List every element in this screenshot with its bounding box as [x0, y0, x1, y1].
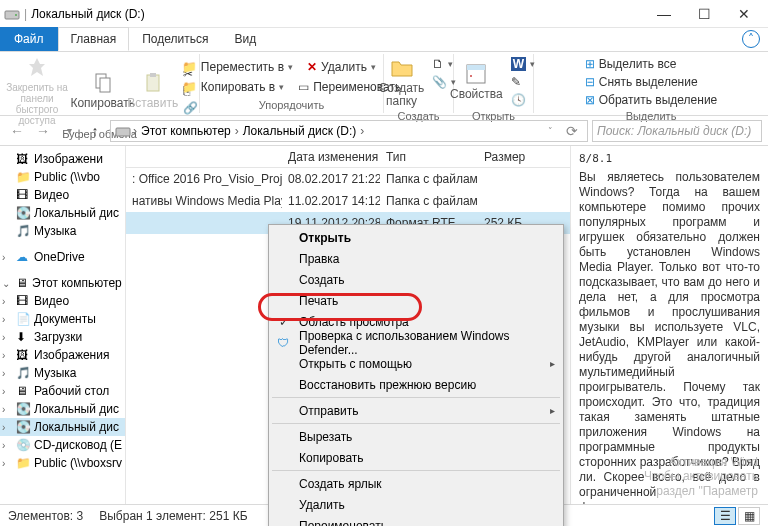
properties-icon — [464, 62, 488, 86]
minimize-button[interactable]: — — [644, 0, 684, 28]
crumb-dropdown[interactable]: ˅ — [539, 120, 561, 142]
ctx-delete[interactable]: Удалить — [271, 494, 561, 515]
nav-item-onedrive[interactable]: ›☁OneDrive — [0, 248, 125, 266]
nav-item-pub2[interactable]: ›📁Public (\\vboxsrv — [0, 454, 125, 472]
file-row[interactable]: нативы Windows Media Player 11.02.2017 1… — [126, 190, 570, 212]
nav-item-public[interactable]: 📁Public (\\vbo — [0, 168, 125, 186]
nav-forward-button[interactable]: → — [32, 120, 54, 142]
crumb-chevron[interactable]: › — [133, 124, 137, 138]
paste-shortcut-small-button[interactable]: 🔗 — [181, 100, 200, 116]
ctx-edit[interactable]: Правка — [271, 248, 561, 269]
svg-point-1 — [15, 14, 17, 16]
preview-header: 8/8.1 — [579, 152, 760, 166]
navigation-pane[interactable]: 🖼Изображени 📁Public (\\vbo 🎞Видео 💽Локал… — [0, 146, 126, 504]
rename-icon: ▭ — [298, 80, 309, 94]
tab-view[interactable]: Вид — [221, 27, 269, 51]
nav-item-localdisk[interactable]: 💽Локальный дис — [0, 204, 125, 222]
edit-ribbon-button[interactable]: ✎ — [509, 74, 537, 90]
delete-icon: ✕ — [307, 60, 317, 74]
nav-back-button[interactable]: ← — [6, 120, 28, 142]
new-folder-button[interactable]: Создать папку — [379, 56, 425, 108]
netfolder-icon: 📁 — [16, 170, 30, 184]
col-size[interactable]: Размер — [478, 150, 538, 164]
nav-up-button[interactable]: ↑ — [84, 120, 106, 142]
address-bar-row: ← → ▾ ↑ › Этот компьютер › Локальный дис… — [0, 116, 768, 146]
select-none-button[interactable]: ⊟Снять выделение — [583, 74, 720, 90]
select-invert-button[interactable]: ⊠Обратить выделение — [583, 92, 720, 108]
crumb-here[interactable]: Локальный диск (D:) — [241, 124, 359, 138]
ctx-create[interactable]: Создать — [271, 269, 561, 290]
view-details-button[interactable]: ☰ — [714, 507, 736, 525]
onedrive-icon: ☁ — [16, 250, 30, 264]
ctx-restore[interactable]: Восстановить прежнюю версию — [271, 374, 561, 395]
drive-icon-small — [115, 123, 131, 139]
ctx-copy[interactable]: Копировать — [271, 447, 561, 468]
paste-button[interactable]: Вставить — [131, 56, 175, 126]
selectnone-icon: ⊟ — [585, 75, 595, 89]
ctx-print[interactable]: Печать — [271, 290, 561, 311]
nav-item-pictures[interactable]: 🖼Изображени — [0, 150, 125, 168]
nav-recent-button[interactable]: ▾ — [58, 120, 80, 142]
col-type[interactable]: Тип — [380, 150, 478, 164]
ctx-defender[interactable]: 🛡Проверка с использованием Windows Defen… — [271, 332, 561, 353]
maximize-button[interactable]: ☐ — [684, 0, 724, 28]
copy-icon — [91, 71, 115, 95]
ctx-sendto[interactable]: Отправить▸ — [271, 400, 561, 421]
nav-item-thispc[interactable]: ⌄🖥Этот компьютер — [0, 274, 125, 292]
chevron-right-icon: ▸ — [550, 405, 555, 416]
drive-icon — [4, 6, 20, 22]
nav-item-video[interactable]: 🎞Видео — [0, 186, 125, 204]
search-input[interactable]: Поиск: Локальный диск (D:) — [592, 120, 762, 142]
group-label-organize: Упорядочить — [259, 97, 324, 111]
col-date[interactable]: Дата изменения — [282, 150, 380, 164]
ctx-shortcut[interactable]: Создать ярлык — [271, 473, 561, 494]
nav-item-downloads[interactable]: ›⬇Загрузки — [0, 328, 125, 346]
status-count: Элементов: 3 — [8, 509, 83, 523]
title-bar: | Локальный диск (D:) — ☐ ✕ — [0, 0, 768, 28]
pin-quick-access-button[interactable]: Закрепить на панели быстрого доступа — [0, 56, 75, 126]
group-open: Свойства W▾ ✎ 🕓 Открыть — [454, 54, 534, 113]
nav-item-music2[interactable]: ›🎵Музыка — [0, 364, 125, 382]
breadcrumb[interactable]: › Этот компьютер › Локальный диск (D:) ›… — [110, 120, 588, 142]
copy-to-button[interactable]: 📁Копировать в▾ — [180, 79, 286, 95]
ribbon-toggle-button[interactable]: ˄ — [742, 30, 760, 48]
ctx-open[interactable]: Открыть — [271, 227, 561, 248]
nav-item-video2[interactable]: ›🎞Видео — [0, 292, 125, 310]
column-headers[interactable]: Дата изменения Тип Размер — [126, 146, 570, 168]
ctx-open-with[interactable]: Открыть с помощью▸ — [271, 353, 561, 374]
shield-icon: 🛡 — [275, 335, 291, 351]
tab-share[interactable]: Поделиться — [129, 27, 221, 51]
nav-item-cd[interactable]: ›💿CD-дисковод (E — [0, 436, 125, 454]
copy-button[interactable]: Копировать — [81, 56, 125, 126]
nav-item-c[interactable]: ›💽Локальный дис — [0, 400, 125, 418]
ctx-cut[interactable]: Вырезать — [271, 426, 561, 447]
qa-separator: | — [24, 7, 27, 21]
tab-file[interactable]: Файл — [0, 27, 58, 51]
drive-icon-nav: 💽 — [16, 206, 30, 220]
crumb-thispc[interactable]: Этот компьютер — [139, 124, 233, 138]
group-clipboard: Закрепить на панели быстрого доступа Коп… — [0, 54, 200, 113]
history-button[interactable]: 🕓 — [509, 92, 537, 108]
selectall-icon: ⊞ — [585, 57, 595, 71]
nav-item-docs[interactable]: ›📄Документы — [0, 310, 125, 328]
select-all-button[interactable]: ⊞Выделить все — [583, 56, 720, 72]
close-button[interactable]: ✕ — [724, 0, 764, 28]
open-dd-button[interactable]: W▾ — [509, 56, 537, 72]
folder-plus-icon — [390, 56, 414, 80]
view-thumbnails-button[interactable]: ▦ — [738, 507, 760, 525]
ctx-rename[interactable]: Переименовать — [271, 515, 561, 526]
copyto-icon: 📁 — [182, 80, 197, 94]
delete-button[interactable]: ✕Удалить▾ — [305, 59, 378, 75]
file-row[interactable]: : Office 2016 Pro_Visio_Project 08.02.20… — [126, 168, 570, 190]
nav-item-pictures2[interactable]: ›🖼Изображения — [0, 346, 125, 364]
paste-icon — [141, 71, 165, 95]
ctx-separator — [272, 397, 560, 398]
move-to-button[interactable]: 📁Переместить в▾ — [180, 59, 295, 75]
refresh-button[interactable]: ⟳ — [561, 120, 583, 142]
tab-home[interactable]: Главная — [58, 27, 130, 51]
properties-button[interactable]: Свойства — [450, 56, 503, 108]
nav-item-desktop[interactable]: ›🖥Рабочий стол — [0, 382, 125, 400]
window-title: Локальный диск (D:) — [31, 7, 145, 21]
nav-item-music[interactable]: 🎵Музыка — [0, 222, 125, 240]
nav-item-d[interactable]: ›💽Локальный дис — [0, 418, 125, 436]
